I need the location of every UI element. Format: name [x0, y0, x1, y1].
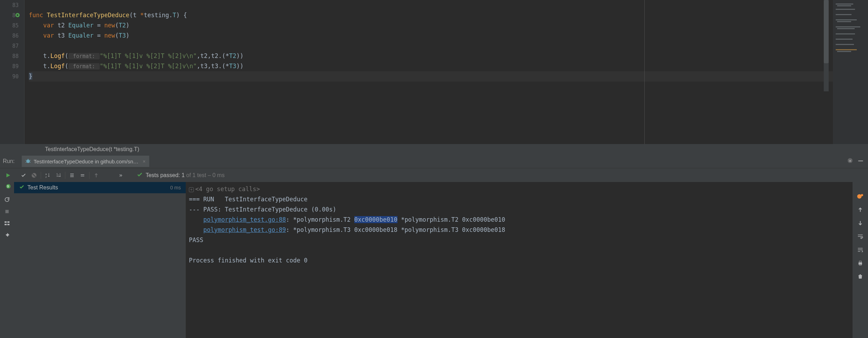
- breadcrumb-text[interactable]: TestInterfaceTypeDeduce(t *testing.T): [45, 146, 139, 152]
- line-number: 83: [0, 0, 24, 10]
- svg-text:z: z: [45, 176, 47, 178]
- svg-rect-13: [7, 224, 9, 225]
- run-content: 9 Test: [0, 182, 868, 338]
- fold-icon[interactable]: +: [189, 187, 194, 192]
- layout-icon[interactable]: [4, 220, 11, 227]
- editor-area: 83 84 85 86 87 88 89 90 func TestInterfa…: [0, 0, 868, 144]
- gear-icon[interactable]: [847, 158, 853, 165]
- parameter-hint: format:: [68, 63, 100, 70]
- bug-icon: [25, 158, 31, 164]
- svg-point-1: [26, 160, 30, 163]
- code-editor[interactable]: func TestInterfaceTypeDeduce(t *testing.…: [25, 0, 833, 144]
- sort-alpha-icon[interactable]: az: [42, 170, 53, 181]
- parameter-hint: format:: [68, 53, 100, 59]
- breadcrumb-bar: TestInterfaceTypeDeduce(t *testing.T): [0, 144, 868, 155]
- pin-icon[interactable]: [4, 232, 11, 239]
- svg-text:9: 9: [7, 185, 9, 188]
- check-icon: [19, 184, 25, 191]
- svg-rect-12: [5, 224, 7, 225]
- sort-duration-icon[interactable]: [53, 170, 64, 181]
- svg-point-15: [861, 194, 863, 196]
- refresh-icon[interactable]: [4, 196, 11, 203]
- run-right-sidebar: [853, 182, 868, 338]
- minimize-icon[interactable]: [857, 158, 864, 165]
- expand-all-icon[interactable]: [67, 170, 77, 181]
- run-toolbar: az » Tests passed: 1 of 1 test: [0, 168, 868, 182]
- checkmark-filter-icon[interactable]: [18, 170, 29, 181]
- run-label: Run:: [3, 158, 15, 164]
- down-arrow-icon[interactable]: [856, 219, 864, 227]
- file-link[interactable]: polymorphism_test.go:88: [203, 216, 286, 223]
- run-button[interactable]: [3, 170, 13, 181]
- line-number: 85: [0, 20, 24, 31]
- debug-badge-icon[interactable]: 9: [4, 184, 11, 191]
- minimap[interactable]: [833, 0, 868, 144]
- test-tree-time: 0 ms: [170, 185, 181, 190]
- highlighted-text: 0xc0000be010: [354, 216, 397, 223]
- run-test-gutter-icon[interactable]: [15, 12, 20, 18]
- svg-rect-17: [859, 261, 861, 262]
- print-icon[interactable]: [856, 259, 864, 267]
- disabled-filter-icon[interactable]: [29, 170, 39, 181]
- console-output[interactable]: +<4 go setup calls> === RUN TestInterfac…: [186, 182, 853, 338]
- up-arrow-icon[interactable]: [856, 206, 864, 214]
- test-status: Tests passed: 1 of 1 test – 0 ms: [137, 171, 225, 179]
- test-results-root[interactable]: Test Results 0 ms: [14, 182, 186, 193]
- file-link[interactable]: polymorphism_test.go:89: [203, 226, 286, 233]
- test-tree: Test Results 0 ms: [14, 182, 186, 338]
- run-panel: Run: TestInterfaceTypeDeduce in github.c…: [0, 155, 868, 338]
- svg-point-14: [857, 194, 862, 199]
- line-number: 84: [0, 10, 24, 20]
- run-left-sidebar: 9: [0, 182, 14, 338]
- run-tab-label: TestInterfaceTypeDeduce in github.com/sn…: [34, 158, 139, 164]
- scroll-to-end-icon[interactable]: [856, 246, 864, 254]
- line-number: 90: [0, 71, 24, 82]
- editor-gutter: 83 84 85 86 87 88 89 90: [0, 0, 25, 144]
- soft-wrap-icon[interactable]: [856, 233, 864, 240]
- check-icon: [137, 171, 143, 179]
- trash-icon[interactable]: [856, 273, 864, 280]
- editor-scrollbar[interactable]: [824, 0, 829, 91]
- svg-rect-9: [5, 210, 8, 213]
- svg-text:a: a: [45, 173, 47, 176]
- more-icon[interactable]: »: [119, 172, 123, 178]
- test-tree-label: Test Results: [27, 184, 167, 191]
- close-tab-icon[interactable]: ×: [143, 158, 145, 164]
- line-number: 88: [0, 51, 24, 61]
- stop-icon[interactable]: [4, 208, 11, 215]
- collapse-all-icon[interactable]: [77, 170, 88, 181]
- svg-rect-11: [7, 221, 9, 223]
- line-number: 86: [0, 31, 24, 41]
- line-number: 89: [0, 61, 24, 71]
- svg-rect-10: [5, 221, 7, 223]
- run-panel-header: Run: TestInterfaceTypeDeduce in github.c…: [0, 155, 868, 168]
- line-number: 87: [0, 41, 24, 51]
- ai-assistant-icon[interactable]: [856, 193, 864, 200]
- run-tab[interactable]: TestInterfaceTypeDeduce in github.com/sn…: [22, 156, 149, 167]
- up-arrow-icon[interactable]: [91, 170, 101, 181]
